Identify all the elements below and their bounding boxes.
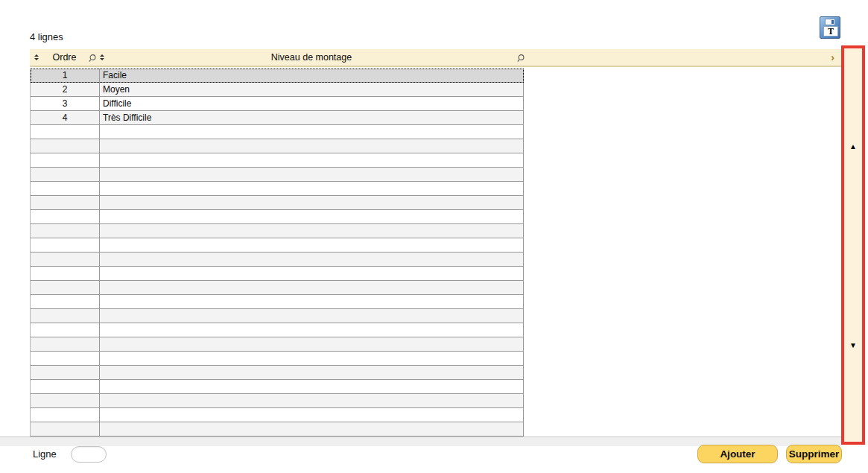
cell-ordre [31, 309, 100, 323]
table-body: 1Facile2Moyen3Difficile4Très Difficile [30, 69, 524, 437]
ligne-input[interactable] [71, 446, 107, 463]
cell-niveau [100, 394, 524, 407]
table-row-empty[interactable] [31, 352, 524, 366]
table-row-empty[interactable] [31, 366, 524, 380]
cell-niveau [100, 182, 524, 195]
table-row-empty[interactable] [31, 196, 524, 210]
table-row[interactable]: 4Très Difficile [31, 111, 524, 125]
cell-niveau [100, 408, 524, 422]
cell-niveau [100, 366, 524, 379]
cell-ordre [31, 295, 100, 308]
table-row-empty[interactable] [31, 253, 524, 267]
cell-ordre [31, 323, 100, 337]
table-row-empty[interactable] [31, 422, 524, 437]
cell-ordre [31, 196, 100, 209]
cell-niveau: Facile [100, 69, 524, 82]
table-row-empty[interactable] [31, 168, 524, 182]
column-header-niveau[interactable]: Niveau de montage [99, 49, 524, 66]
cell-niveau: Difficile [100, 97, 524, 110]
cell-ordre [31, 153, 100, 167]
table-row[interactable]: 1Facile [31, 69, 524, 83]
table-row-empty[interactable] [31, 295, 524, 309]
cell-ordre [31, 408, 100, 422]
ligne-label: Ligne [33, 448, 57, 460]
cell-niveau [100, 238, 524, 252]
cell-ordre [31, 380, 100, 393]
cell-niveau: Moyen [100, 83, 524, 96]
cell-ordre [31, 394, 100, 407]
cell-niveau [100, 196, 524, 209]
cell-ordre [31, 281, 100, 294]
search-icon-niveau[interactable] [516, 53, 525, 63]
floppy-slot-icon [831, 20, 834, 24]
cell-ordre: 4 [31, 111, 100, 124]
cell-ordre [31, 182, 100, 195]
cell-ordre [31, 422, 100, 436]
cell-niveau [100, 267, 524, 280]
floppy-label: T [823, 26, 838, 36]
cell-ordre: 1 [31, 69, 100, 82]
save-table-button[interactable]: T [820, 16, 840, 39]
cell-ordre [31, 125, 100, 139]
cell-niveau [100, 125, 524, 139]
cell-niveau [100, 352, 524, 365]
row-count-label: 4 lignes [30, 31, 63, 42]
table-row-empty[interactable] [31, 238, 524, 253]
table-row-empty[interactable] [31, 323, 524, 337]
table-row-empty[interactable] [31, 281, 524, 295]
table-row-empty[interactable] [31, 139, 524, 153]
cell-niveau [100, 281, 524, 294]
cell-ordre [31, 267, 100, 280]
floppy-shutter-icon [825, 19, 835, 25]
move-down-arrow-icon[interactable]: ▼ [844, 342, 862, 349]
table-row[interactable]: 3Difficile [31, 97, 524, 111]
cell-niveau: Très Difficile [100, 111, 524, 124]
cell-ordre [31, 139, 100, 153]
cell-ordre [31, 253, 100, 266]
cell-ordre: 3 [31, 97, 100, 110]
cell-niveau [100, 295, 524, 308]
table-row-empty[interactable] [31, 210, 524, 224]
table-row-empty[interactable] [31, 380, 524, 394]
table-row-empty[interactable] [31, 337, 524, 352]
cell-ordre [31, 366, 100, 379]
table-row-empty[interactable] [31, 224, 524, 238]
cell-niveau [100, 253, 524, 266]
cell-ordre: 2 [31, 83, 100, 96]
cell-ordre [31, 337, 100, 351]
table-row-empty[interactable] [31, 267, 524, 281]
table-row-empty[interactable] [31, 125, 524, 139]
cell-ordre [31, 210, 100, 223]
cell-niveau [100, 380, 524, 393]
cell-niveau [100, 337, 524, 351]
cell-niveau [100, 210, 524, 223]
cell-niveau [100, 168, 524, 181]
search-icon-ordre[interactable] [88, 53, 97, 63]
cell-niveau [100, 323, 524, 337]
cell-niveau [100, 153, 524, 167]
table-row-empty[interactable] [31, 408, 524, 422]
cell-niveau [100, 139, 524, 153]
cell-ordre [31, 238, 100, 252]
table-header: Ordre Niveau de montage › [30, 49, 841, 67]
move-up-arrow-icon[interactable]: ▲ [844, 143, 862, 150]
cell-ordre [31, 168, 100, 181]
table-row[interactable]: 2Moyen [31, 83, 524, 97]
cell-niveau [100, 309, 524, 323]
table-row-empty[interactable] [31, 182, 524, 196]
cell-niveau [100, 224, 524, 238]
row-mover-scrollbar[interactable]: ▲ ▼ [841, 45, 865, 445]
table-row-empty[interactable] [31, 309, 524, 323]
table-row-empty[interactable] [31, 394, 524, 408]
supprimer-button[interactable]: Supprimer [786, 445, 842, 463]
ajouter-button[interactable]: Ajouter [697, 445, 778, 463]
cell-niveau [100, 422, 524, 436]
cell-ordre [31, 352, 100, 365]
chevron-right-icon[interactable]: › [831, 51, 834, 63]
table-row-empty[interactable] [31, 153, 524, 168]
cell-ordre [31, 224, 100, 238]
